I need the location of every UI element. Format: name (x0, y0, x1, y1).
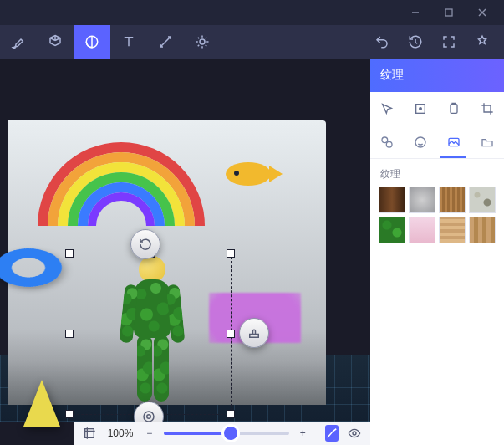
more-button[interactable] (466, 25, 499, 59)
selection-box[interactable] (69, 253, 232, 415)
texture-pebbles[interactable] (469, 187, 496, 213)
zoom-out-button[interactable]: − (144, 425, 155, 442)
object-rainbow[interactable] (38, 142, 205, 243)
title-bar (0, 0, 504, 25)
svg-point-7 (144, 412, 154, 422)
panel-ops (370, 92, 504, 125)
svg-point-8 (147, 415, 151, 419)
canvas-area[interactable]: 100% − + (0, 59, 370, 445)
resize-handle-e[interactable] (227, 330, 235, 338)
eye-toggle[interactable] (347, 425, 362, 442)
op-frame[interactable] (414, 102, 427, 115)
texture-leaves[interactable] (379, 217, 405, 243)
object-fish[interactable] (226, 162, 271, 186)
zoom-level: 100% (105, 427, 135, 439)
crop-toggle[interactable] (82, 425, 97, 442)
section-label: 纹理 (370, 159, 504, 187)
zoom-slider-thumb[interactable] (224, 427, 237, 440)
panel-tabs (370, 125, 504, 159)
tool-effects[interactable] (184, 25, 221, 59)
resize-handle-sw[interactable] (65, 410, 74, 418)
texture-boards[interactable] (469, 217, 496, 243)
tab-emoji[interactable] (408, 125, 433, 159)
top-toolbar (0, 25, 504, 59)
tool-canvas[interactable] (147, 25, 184, 59)
minimize-button[interactable] (399, 0, 432, 25)
stamp-gizmo[interactable] (239, 318, 269, 348)
resize-handle-nw[interactable] (65, 249, 74, 258)
tab-texture[interactable] (441, 125, 466, 159)
resize-handle-w[interactable] (65, 330, 74, 338)
panel-title: 纹理 (370, 59, 504, 92)
svg-point-12 (420, 107, 422, 110)
texture-pink[interactable] (409, 217, 435, 243)
svg-point-10 (353, 432, 356, 435)
fullscreen-button[interactable] (432, 25, 466, 59)
texture-wood[interactable] (439, 187, 466, 213)
svg-rect-1 (445, 9, 452, 16)
rotate-gizmo[interactable] (130, 229, 160, 259)
texture-plywood[interactable] (439, 217, 466, 243)
tool-brush[interactable] (0, 25, 37, 59)
maximize-button[interactable] (432, 0, 466, 25)
history-button[interactable] (399, 25, 432, 59)
svg-rect-6 (250, 335, 259, 338)
undo-button[interactable] (365, 25, 399, 59)
side-panel: 纹理 纹理 (370, 59, 504, 445)
op-select[interactable] (380, 102, 394, 115)
object-cone[interactable] (23, 380, 60, 427)
tool-text[interactable] (110, 25, 147, 59)
op-crop[interactable] (481, 102, 494, 115)
op-paste[interactable] (447, 102, 461, 115)
svg-point-15 (386, 141, 392, 147)
view-3d-toggle[interactable] (325, 425, 339, 442)
zoom-slider[interactable] (164, 432, 289, 435)
texture-bark[interactable] (379, 187, 405, 213)
tab-sticker[interactable] (374, 125, 400, 159)
svg-rect-13 (451, 104, 457, 113)
tool-sticker[interactable] (74, 25, 110, 59)
svg-rect-9 (85, 429, 94, 438)
zoom-in-button[interactable]: + (298, 425, 309, 442)
tab-folder[interactable] (475, 125, 500, 159)
resize-handle-ne[interactable] (227, 249, 235, 258)
resize-handle-se[interactable] (227, 410, 235, 418)
svg-point-5 (200, 39, 205, 44)
svg-point-14 (382, 137, 388, 143)
panel-title-text: 纹理 (380, 68, 404, 83)
texture-swatches (370, 187, 504, 253)
close-button[interactable] (466, 0, 499, 25)
zoom-bar: 100% − + (74, 422, 370, 445)
tool-3d[interactable] (37, 25, 74, 59)
texture-rock[interactable] (409, 187, 435, 213)
svg-point-16 (415, 137, 425, 147)
